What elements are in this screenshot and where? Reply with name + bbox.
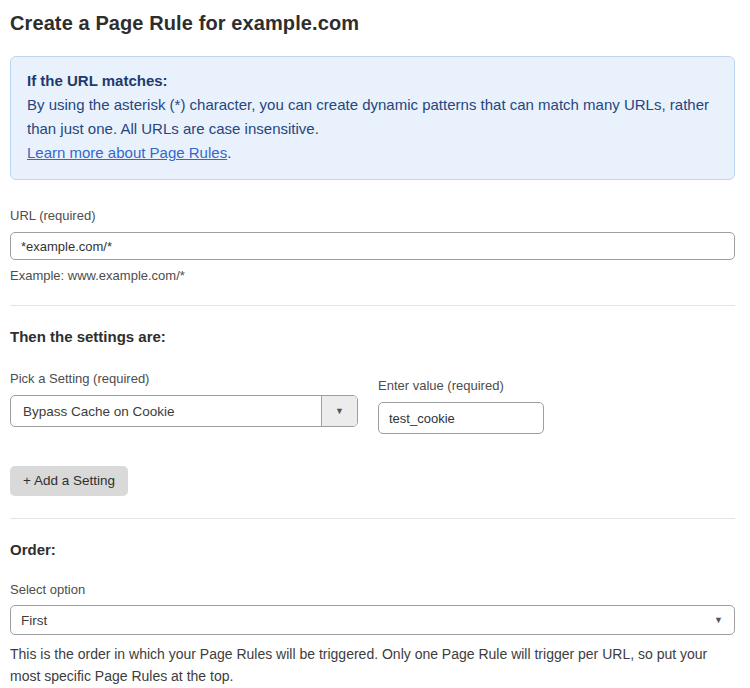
info-box-heading: If the URL matches: bbox=[27, 69, 718, 93]
divider bbox=[10, 518, 735, 519]
info-box-body: By using the asterisk (*) character, you… bbox=[27, 93, 718, 141]
info-box-body-text: By using the asterisk (*) character, you… bbox=[27, 96, 709, 137]
order-select-wrap: First ▼ bbox=[10, 605, 735, 635]
learn-more-link[interactable]: Learn more about Page Rules bbox=[27, 144, 227, 161]
link-period: . bbox=[227, 144, 231, 161]
setting-row: Pick a Setting (required) Bypass Cache o… bbox=[10, 369, 735, 434]
select-option-label: Select option bbox=[10, 582, 735, 597]
add-setting-button[interactable]: + Add a Setting bbox=[10, 466, 128, 496]
enter-value-label: Enter value (required) bbox=[378, 378, 504, 393]
info-box-link-line: Learn more about Page Rules. bbox=[27, 141, 718, 165]
order-section-heading: Order: bbox=[10, 541, 735, 558]
url-match-info-box: If the URL matches: By using the asteris… bbox=[10, 56, 735, 180]
enter-value-group: Enter value (required) bbox=[378, 376, 544, 434]
order-select[interactable]: First bbox=[10, 605, 735, 635]
order-help-text: This is the order in which your Page Rul… bbox=[10, 643, 730, 687]
url-example-hint: Example: www.example.com/* bbox=[10, 268, 735, 283]
pick-setting-label: Pick a Setting (required) bbox=[10, 371, 149, 386]
settings-section-heading: Then the settings are: bbox=[10, 328, 735, 345]
setting-value-input[interactable] bbox=[378, 402, 544, 434]
page-title: Create a Page Rule for example.com bbox=[10, 12, 735, 35]
setting-dropdown[interactable]: Bypass Cache on Cookie ▼ bbox=[10, 395, 358, 427]
divider bbox=[10, 305, 735, 306]
dropdown-arrow-button[interactable]: ▼ bbox=[321, 396, 357, 426]
chevron-down-icon: ▼ bbox=[335, 406, 344, 416]
url-label: URL (required) bbox=[10, 208, 96, 223]
setting-dropdown-value: Bypass Cache on Cookie bbox=[11, 396, 321, 426]
create-page-rule-form: Create a Page Rule for example.com If th… bbox=[0, 0, 750, 688]
url-input[interactable] bbox=[10, 232, 735, 260]
url-field-group: URL (required) Example: www.example.com/… bbox=[10, 206, 735, 283]
pick-setting-group: Pick a Setting (required) Bypass Cache o… bbox=[10, 369, 358, 427]
